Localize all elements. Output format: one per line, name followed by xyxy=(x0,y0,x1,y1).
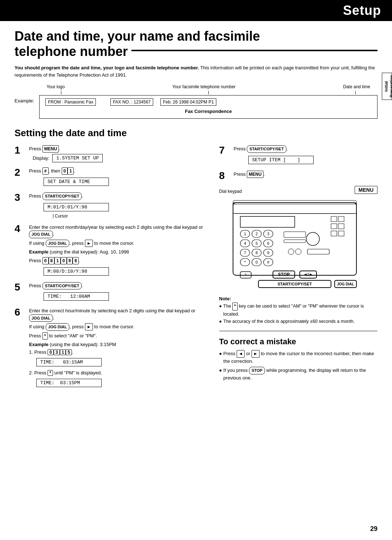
svg-rect-28 xyxy=(338,216,344,222)
your-logo-label: Your logo xyxy=(46,84,65,89)
step-4: 4 Enter the correct month/day/year by se… xyxy=(15,224,208,277)
step-2-text: Press #, then 01. xyxy=(29,167,208,175)
to-correct-heading: To correct a mistake xyxy=(219,337,378,346)
left-column: 1 Press MENU. Display: 1.SYSTEM SET UP 2 xyxy=(15,145,208,394)
note-title: Note: xyxy=(219,295,378,303)
step-4-content: Enter the correct month/day/year by sele… xyxy=(29,224,208,277)
two-column-layout: 1 Press MENU. Display: 1.SYSTEM SET UP 2 xyxy=(15,145,377,394)
svg-text:START/COPY/SET: START/COPY/SET xyxy=(277,282,312,286)
step-5-text: Press START/COPY/SET. xyxy=(29,282,208,290)
svg-text:5: 5 xyxy=(256,241,258,245)
note-item-1: ● The * key can be used to select "AM" o… xyxy=(219,303,378,317)
key-4-0b: 0 xyxy=(61,257,67,264)
step-6-display1: TIME: 03:15AM xyxy=(36,358,102,366)
key-6-1: 1 xyxy=(60,349,66,355)
fax-tel-label: Your facsimile telephone number xyxy=(172,84,236,89)
step-1: 1 Press MENU. Display: 1.SYSTEM SET UP xyxy=(15,145,208,162)
step-6: 6 Enter the correct hour/minute by selec… xyxy=(15,307,208,389)
right-arrow-key-tc: ► xyxy=(252,350,260,358)
svg-point-37 xyxy=(306,232,319,245)
right-arrow-key-6: ► xyxy=(85,323,93,330)
svg-text:◄/►: ◄/► xyxy=(303,272,313,277)
key-4-1: 1 xyxy=(54,257,61,264)
svg-rect-38 xyxy=(307,249,329,254)
example-box-wrap: Your logo Your facsimile telephone numbe… xyxy=(39,84,377,119)
step-6-display2: TIME: 03:15PM xyxy=(36,379,102,387)
display-label-1: Display: xyxy=(33,155,49,161)
dial-keypad-label: Dial keypad xyxy=(219,189,242,194)
right-column: 7 Press START/COPY/SET. SETUP ITEM [ ] 8… xyxy=(219,145,378,394)
svg-text:6: 6 xyxy=(267,241,269,245)
step-5-content: Press START/COPY/SET. TIME: 12:00AM xyxy=(29,282,208,303)
start-copy-set-key-7: START/COPY/SET xyxy=(247,145,286,153)
fax-correspondence: Fax Correspondence xyxy=(45,109,371,114)
key-6-0: 0 xyxy=(48,349,54,355)
page-header: Setup xyxy=(0,0,392,21)
step-1-text: Press MENU. xyxy=(29,145,208,153)
svg-rect-29 xyxy=(331,224,337,229)
title-decorative-line xyxy=(131,50,377,51)
cursor-label: Cursor xyxy=(55,214,68,219)
svg-rect-27 xyxy=(331,216,337,222)
svg-text:8: 8 xyxy=(256,251,258,255)
side-tab: InitialPreparation xyxy=(382,73,392,100)
svg-text:2: 2 xyxy=(256,232,258,236)
key-1: 1 xyxy=(68,167,74,175)
svg-text:3: 3 xyxy=(267,232,269,236)
menu-key-8: MENU xyxy=(247,171,263,178)
svg-text:0: 0 xyxy=(256,260,258,264)
step-5-display: TIME: 12:00AM xyxy=(44,292,109,301)
svg-point-36 xyxy=(295,249,301,255)
start-copy-set-key-5: START/COPY/SET xyxy=(42,282,82,290)
note-item-2: ● The accuracy of the clock is approxima… xyxy=(219,318,378,325)
example-label: Example: xyxy=(15,84,34,103)
svg-rect-31 xyxy=(331,231,337,236)
star-key-6: * xyxy=(42,332,48,340)
step-4-keys: Press 081098. xyxy=(29,257,208,264)
fax-machine-diagram: Dial keypad MENU 1 2 xyxy=(219,186,378,291)
svg-text:7: 7 xyxy=(244,251,246,255)
step-1-content: Press MENU. Display: 1.SYSTEM SET UP xyxy=(29,145,208,162)
svg-text:STOP: STOP xyxy=(278,272,290,277)
to-correct-item-1: ● Press ◄ or ► to move the cursor to the… xyxy=(219,350,378,365)
jog-dial-key-6a: JOG DIAL xyxy=(29,314,53,322)
step-6-content: Enter the correct hour/minute by selecti… xyxy=(29,307,208,389)
left-arrow-key-tc: ◄ xyxy=(237,350,245,358)
example-date: Feb. 26 1998 04:02PM P1 xyxy=(160,98,216,106)
step-8-text: Press MENU. xyxy=(234,171,378,178)
step-4-number: 4 xyxy=(15,224,25,234)
star-key-6b: * xyxy=(48,370,53,376)
main-content: Date and time, your name and facsimile t… xyxy=(0,21,392,408)
key-4-0: 0 xyxy=(42,257,49,264)
date-time-label: Date and time xyxy=(343,84,370,89)
stop-key-tc: STOP xyxy=(249,367,265,375)
svg-text:*: * xyxy=(245,273,246,277)
step-6-sub2: 2. Press * until "PM" is displayed. xyxy=(29,370,208,376)
step-5: 5 Press START/COPY/SET. TIME: 12:00AM xyxy=(15,282,208,303)
step-4-text1: Enter the correct month/day/year by sele… xyxy=(29,224,208,238)
jog-dial-key-4b: JOG DIAL xyxy=(46,240,70,247)
step-2: 2 Press #, then 01. SET DATE & TIME xyxy=(15,167,208,187)
step-7-display: SETUP ITEM [ ] xyxy=(248,156,314,164)
step-5-number: 5 xyxy=(15,282,25,292)
step-1-number: 1 xyxy=(15,145,25,155)
jog-dial-key-6b: JOG DIAL xyxy=(46,323,70,331)
step-2-display: SET DATE & TIME xyxy=(44,178,109,186)
key-4-9: 9 xyxy=(67,257,73,264)
step-6-text2: If using JOG DIAL, press ► to move the c… xyxy=(29,323,208,331)
bottom-divider xyxy=(219,331,378,331)
main-title-line1: Date and time, your name and facsimile xyxy=(15,21,377,44)
star-key-note: * xyxy=(232,303,238,310)
menu-label-diagram: MENU xyxy=(355,186,377,194)
step-6-sub1: 1. Press 0315. xyxy=(29,349,208,355)
hash-key: # xyxy=(42,167,49,175)
menu-key-1: MENU xyxy=(42,145,59,153)
intro-bold: You should program the date and time, yo… xyxy=(15,65,199,70)
step-3-number: 3 xyxy=(15,192,25,203)
step-3-content: Press START/COPY/SET. M:01/D:01/Y:98 Cur… xyxy=(29,192,208,219)
step-3-text: Press START/COPY/SET. xyxy=(29,192,208,200)
step-6-text1: Enter the correct hour/minute by selecti… xyxy=(29,307,208,322)
step-6-example: Example (using the dial keypad): 3:15PM xyxy=(29,341,208,348)
svg-text:9: 9 xyxy=(267,251,269,255)
key-6-3: 3 xyxy=(54,349,60,355)
